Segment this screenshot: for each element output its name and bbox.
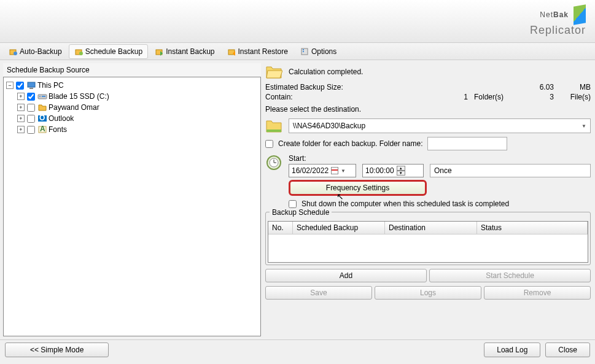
schedule-table-label: Backup Schedule [270, 208, 332, 217]
svg-rect-13 [42, 96, 45, 97]
frequency-display: Once [430, 164, 591, 177]
tab-label: Auto-Backup [20, 47, 62, 56]
app-header: NetBak Replicator [0, 0, 595, 43]
spin-up-icon[interactable]: ▲ [397, 166, 405, 171]
source-tree[interactable]: − This PC + Blade 15 SSD (C:) + Paywand … [3, 77, 261, 336]
tree-item-outlook[interactable]: + O Outlook [6, 113, 258, 124]
start-schedule-button[interactable]: Start Schedule [429, 269, 591, 282]
options-icon [300, 47, 309, 56]
frequency-settings-button[interactable]: Frequency Settings ↖ [289, 180, 427, 196]
tab-options[interactable]: Options [295, 44, 342, 59]
date-input[interactable]: 16/02/2022 ▼ [289, 164, 356, 177]
expand-icon[interactable]: + [17, 93, 25, 100]
checkbox-drive[interactable] [27, 93, 35, 101]
button-label: Frequency Settings [326, 184, 389, 192]
tree-item-drive[interactable]: + Blade 15 SSD (C:) [6, 91, 258, 102]
right-panel: Calculation completed. Estimated Backup … [264, 63, 592, 336]
load-log-button[interactable]: Load Log [484, 343, 540, 357]
col-status[interactable]: Status [477, 222, 588, 234]
main-content: Schedule Backup Source − This PC + Blade… [0, 60, 595, 339]
simple-mode-button[interactable]: << Simple Mode [5, 343, 109, 357]
auto-backup-icon [9, 47, 17, 56]
backup-stats: Estimated Backup Size: 6.03 MB Contain: … [265, 83, 591, 101]
schedule-settings: Start: 16/02/2022 ▼ 10:00:00 ▲▼ Once [265, 154, 591, 208]
col-no[interactable]: No. [268, 222, 293, 234]
calc-status-row: Calculation completed. [265, 64, 591, 79]
logo-net: Net [540, 10, 553, 19]
instant-backup-icon [155, 47, 163, 56]
tree-item-fonts[interactable]: + A Fonts [6, 124, 258, 135]
expand-icon[interactable]: + [17, 104, 25, 111]
est-size-unit: MB [560, 83, 591, 91]
svg-point-12 [39, 96, 41, 97]
folder-dest-icon [265, 118, 282, 133]
est-size-label: Estimated Backup Size: [265, 83, 364, 91]
cursor-icon: ↖ [336, 192, 344, 201]
drive-icon [37, 91, 47, 101]
dest-value: \\NAS46AD30\Backup [293, 122, 365, 130]
time-input[interactable]: 10:00:00 ▲▼ [362, 164, 424, 177]
create-folder-label: Create folder for each backup. Folder na… [278, 139, 422, 148]
checkbox-pc[interactable] [16, 82, 24, 90]
tree-label: Blade 15 SSD (C:) [49, 92, 109, 101]
tree-label: Paywand Omar [49, 103, 99, 112]
folder-open-icon [265, 64, 282, 79]
checkbox-fonts[interactable] [27, 126, 35, 134]
col-destination[interactable]: Destination [385, 222, 477, 234]
logo-subtitle: Replicator [530, 24, 586, 37]
date-value: 16/02/2022 [292, 166, 329, 175]
checkbox-outlook[interactable] [27, 115, 35, 123]
dest-label: Please select the destination. [265, 105, 591, 114]
start-label: Start: [289, 154, 591, 163]
est-size-value: 6.03 [517, 83, 554, 91]
close-button[interactable]: Close [545, 343, 590, 357]
expand-icon[interactable]: + [17, 126, 25, 133]
tab-schedule-backup[interactable]: Schedule Backup [69, 44, 148, 59]
time-value: 10:00:00 [365, 166, 394, 175]
tab-label: Options [311, 47, 336, 56]
save-button[interactable]: Save [265, 286, 372, 300]
col-scheduled[interactable]: Scheduled Backup [293, 222, 385, 234]
shutdown-label: Shut down the computer when this schedul… [301, 199, 509, 208]
checkbox-user[interactable] [27, 104, 35, 112]
expand-icon[interactable]: + [17, 115, 25, 122]
tree-item-user[interactable]: + Paywand Omar [6, 102, 258, 113]
logs-button[interactable]: Logs [375, 286, 481, 300]
left-panel: Schedule Backup Source − This PC + Blade… [3, 63, 261, 336]
folders-label: Folder(s) [474, 93, 511, 101]
schedule-backup-icon [74, 47, 83, 56]
instant-restore-icon [227, 47, 236, 56]
svg-point-3 [79, 52, 83, 55]
spin-down-icon[interactable]: ▼ [397, 171, 405, 176]
remove-button[interactable]: Remove [484, 286, 591, 300]
svg-rect-9 [28, 82, 35, 87]
fonts-icon: A [37, 125, 47, 134]
folder-name-input[interactable] [427, 137, 507, 150]
shutdown-checkbox[interactable] [289, 200, 297, 208]
files-label: File(s) [560, 93, 591, 101]
collapse-icon[interactable]: − [6, 82, 14, 89]
time-spinner[interactable]: ▲▼ [397, 166, 405, 176]
tree-label: Fonts [49, 125, 67, 134]
tab-label: Schedule Backup [85, 47, 142, 56]
tab-instant-backup[interactable]: Instant Backup [149, 44, 220, 59]
schedule-table[interactable]: No. Scheduled Backup Destination Status [268, 221, 588, 263]
svg-rect-6 [301, 48, 308, 55]
tree-label: This PC [37, 81, 64, 90]
svg-text:O: O [39, 114, 45, 122]
chevron-down-icon: ▼ [581, 123, 586, 129]
tree-item-pc[interactable]: − This PC [6, 80, 258, 91]
tab-label: Instant Restore [238, 47, 288, 56]
tree-label: Outlook [49, 114, 74, 123]
tab-instant-restore[interactable]: Instant Restore [222, 44, 294, 59]
create-folder-checkbox[interactable] [265, 140, 273, 148]
pc-icon [26, 80, 36, 90]
add-button[interactable]: Add [265, 269, 427, 282]
destination-row: \\NAS46AD30\Backup ▼ [265, 118, 591, 133]
tab-auto-backup[interactable]: Auto-Backup [3, 44, 68, 59]
contain-label: Contain: [265, 93, 364, 101]
svg-rect-7 [303, 49, 304, 50]
backup-schedule-section: Backup Schedule No. Scheduled Backup Des… [265, 212, 591, 265]
destination-select[interactable]: \\NAS46AD30\Backup ▼ [289, 118, 591, 133]
logo-shape-icon [574, 4, 586, 25]
